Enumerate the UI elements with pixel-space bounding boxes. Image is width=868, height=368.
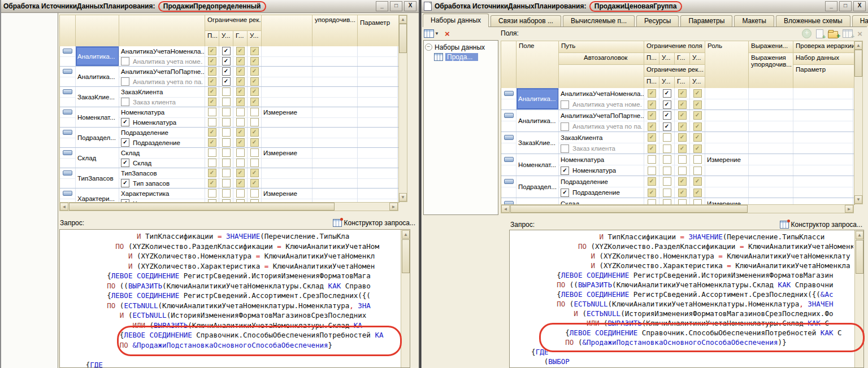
restriction-checkbox[interactable]: ✓ (678, 177, 687, 186)
add-folder-icon[interactable] (828, 31, 838, 38)
delete-dataset-button[interactable]: × (445, 29, 450, 38)
header-check-col[interactable]: У... (248, 31, 262, 47)
row-drag-handle[interactable] (63, 49, 72, 54)
vertical-scrollbar[interactable]: ▲ ▼ (854, 41, 863, 204)
restriction-checkbox[interactable] (208, 159, 216, 167)
restriction-checkbox[interactable] (236, 118, 245, 126)
autotitle-checkbox[interactable] (561, 122, 569, 131)
restriction-checkbox[interactable]: ✓ (678, 144, 687, 153)
restriction-checkbox[interactable]: ✓ (693, 111, 702, 120)
field-name-cell[interactable]: Аналитика... (517, 88, 559, 109)
restriction-checkbox[interactable] (208, 108, 216, 116)
restriction-checkbox[interactable]: ✓ (208, 128, 216, 137)
autotitle-checkbox[interactable]: ✓ (121, 179, 129, 187)
scroll-up-button[interactable]: ▲ (854, 41, 862, 50)
role-cell[interactable]: Измерение (705, 154, 749, 165)
row-drag-handle[interactable] (63, 150, 72, 155)
restriction-checkbox[interactable]: ✓ (250, 179, 259, 187)
tree-root-datasets[interactable]: Наборы данных (425, 42, 497, 52)
field-autotitle-cell[interactable]: Аналитика учета по па... (119, 77, 205, 87)
field-name-cell[interactable]: Подраздел... (76, 128, 119, 147)
field-name-cell[interactable]: ТипЗапасов (76, 168, 119, 188)
role-cell[interactable] (262, 67, 313, 77)
restriction-checkbox[interactable]: ✓ (222, 47, 231, 55)
restriction-checkbox[interactable] (222, 148, 231, 157)
restriction-checkbox[interactable] (208, 148, 216, 157)
restriction-checkbox[interactable] (663, 189, 671, 197)
restriction-checkbox[interactable]: ✓ (208, 98, 216, 106)
autotitle-checkbox[interactable] (561, 144, 569, 153)
add-dataset-dropdown-icon[interactable]: ▼ (435, 31, 439, 36)
header-check-col[interactable]: П... (644, 53, 659, 65)
header-check-col[interactable]: У... (219, 31, 233, 47)
restriction-checkbox[interactable] (222, 87, 231, 96)
row-drag-handle[interactable] (504, 135, 514, 140)
field-path-cell[interactable]: Склад (119, 148, 205, 158)
restriction-checkbox[interactable]: ✓ (236, 179, 245, 187)
restriction-checkbox[interactable]: ✓ (208, 47, 216, 55)
restriction-checkbox[interactable] (236, 159, 245, 167)
restriction-checkbox[interactable] (222, 179, 231, 187)
role-cell[interactable] (262, 77, 313, 87)
scroll-left-button[interactable]: ◄ (501, 205, 510, 213)
restriction-checkbox[interactable]: ✓ (250, 128, 259, 137)
role-cell[interactable]: Измерение (262, 148, 313, 158)
field-name-cell[interactable]: Аналитика... (76, 46, 119, 66)
restriction-checkbox[interactable]: ✓ (693, 122, 702, 131)
restriction-checkbox[interactable]: ✓ (648, 189, 656, 197)
restriction-checkbox[interactable]: ✓ (663, 89, 671, 98)
restriction-checkbox[interactable]: ✓ (208, 67, 216, 76)
role-cell[interactable] (705, 132, 749, 143)
field-name-cell[interactable]: ЗаказКлие... (517, 132, 559, 154)
field-autotitle-cell[interactable]: ✓Склад (119, 158, 205, 168)
minimize-button[interactable]: _ (825, 1, 837, 11)
restriction-checkbox[interactable]: ✓ (678, 100, 687, 109)
query-text-area[interactable]: И ТипКлассификации = ЗНАЧЕНИЕ(Перечислен… (59, 229, 410, 368)
role-cell[interactable] (262, 97, 313, 107)
horizontal-scrollbar[interactable]: ◄ ► (59, 202, 398, 211)
role-cell[interactable] (705, 99, 749, 109)
restriction-checkbox[interactable] (678, 155, 687, 164)
copy-field-icon[interactable] (816, 29, 823, 38)
restriction-checkbox[interactable]: ✓ (663, 100, 671, 109)
role-cell[interactable] (262, 117, 313, 128)
role-cell[interactable] (705, 176, 749, 187)
row-drag-handle[interactable] (504, 113, 514, 118)
restriction-checkbox[interactable]: ✓ (236, 57, 245, 65)
query-builder-link[interactable]: Конструктор запроса... (780, 221, 862, 229)
restriction-checkbox[interactable]: ✓ (678, 133, 687, 142)
header-check-col[interactable]: Г... (233, 31, 248, 47)
restriction-checkbox[interactable]: ✓ (236, 138, 245, 147)
restriction-checkbox[interactable] (693, 167, 702, 175)
restriction-checkbox[interactable] (208, 189, 216, 198)
restriction-checkbox[interactable]: ✓ (648, 122, 656, 131)
restriction-checkbox[interactable]: ✓ (693, 133, 702, 142)
restriction-checkbox[interactable] (236, 108, 245, 116)
restriction-checkbox[interactable]: ✓ (648, 177, 656, 186)
restriction-checkbox[interactable]: ✓ (663, 111, 671, 120)
field-autotitle-cell[interactable]: ✓Номенклатура (119, 117, 205, 128)
collapse-icon[interactable] (425, 43, 432, 51)
header-field-restriction[interactable]: Ограничение поля (644, 41, 705, 53)
field-path-cell[interactable]: Подразделение (119, 128, 205, 138)
row-drag-handle[interactable] (63, 130, 72, 135)
window-price-group-titlebar[interactable]: Обработка ИсточникиДанныхПланирования: П… (422, 0, 868, 13)
tab-4[interactable]: Ресурсы (636, 15, 679, 27)
restriction-checkbox[interactable] (250, 108, 259, 116)
field-autotitle-cell[interactable]: ✓Подразделение (559, 187, 644, 198)
restriction-checkbox[interactable] (208, 118, 216, 126)
scroll-up-button[interactable]: ▲ (402, 230, 410, 239)
restriction-checkbox[interactable] (678, 167, 687, 175)
tab-7[interactable]: Вложенные схемы (776, 15, 850, 27)
restriction-checkbox[interactable]: ✓ (250, 169, 259, 177)
restriction-checkbox[interactable]: ✓ (678, 189, 687, 197)
field-path-cell[interactable]: Характеристика (119, 189, 205, 199)
restriction-checkbox[interactable]: ✓ (236, 47, 245, 55)
add-auto-field-icon[interactable] (843, 29, 853, 38)
header-path-col[interactable]: Путь (559, 41, 644, 53)
field-path-cell[interactable]: Подразделение (559, 176, 644, 187)
restriction-checkbox[interactable]: ✓ (222, 57, 231, 65)
restriction-checkbox[interactable]: ✓ (648, 111, 656, 120)
restriction-checkbox[interactable] (222, 169, 231, 177)
role-cell[interactable] (705, 121, 749, 132)
